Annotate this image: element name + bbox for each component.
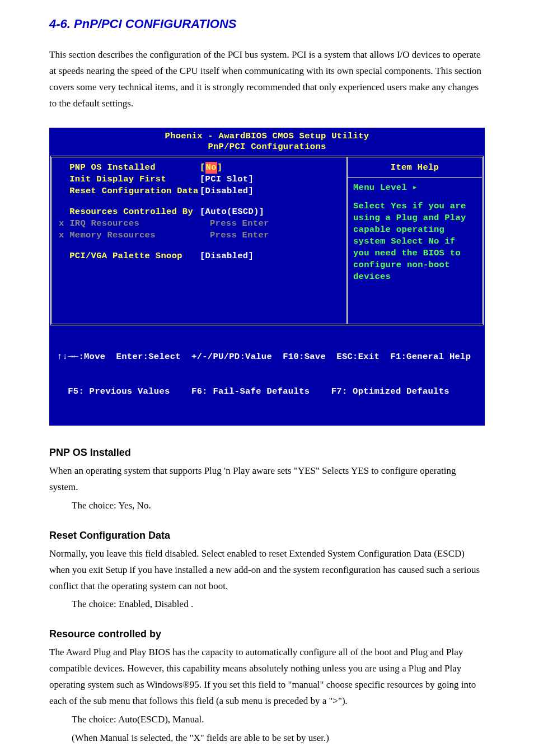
bios-help-pane: Item Help Menu Level ▸ Select Yes if you… bbox=[348, 157, 482, 323]
init-label: Init Display First bbox=[59, 174, 200, 185]
bios-screenshot: Phoenix - AwardBIOS CMOS Setup Utility P… bbox=[49, 128, 485, 426]
help-divider bbox=[348, 177, 482, 178]
heading-reset: Reset Configuration Data bbox=[0, 514, 534, 544]
pnp-bracket-close: ] bbox=[217, 162, 223, 174]
row-irq: x IRQ Resources Press Enter bbox=[59, 218, 339, 230]
res-value[interactable]: [Auto(ESCD)] bbox=[200, 206, 264, 218]
bios-title-line2: PnP/PCI Configurations bbox=[50, 142, 484, 152]
pci-label: PCI/VGA Palette Snoop bbox=[59, 250, 200, 262]
bios-title: Phoenix - AwardBIOS CMOS Setup Utility P… bbox=[50, 129, 484, 156]
row-pci-vga: PCI/VGA Palette Snoop [Disabled] bbox=[59, 250, 339, 262]
pnp-value-selected[interactable]: No bbox=[205, 162, 217, 174]
bios-left-pane: PNP OS Installed [No] Init Display First… bbox=[52, 157, 348, 323]
row-resources-controlled: Resources Controlled By [Auto(ESCD)] bbox=[59, 206, 339, 218]
bios-footer: ↑↓→←:Move Enter:Select +/-/PU/PD:Value F… bbox=[50, 325, 484, 424]
choice-rcb-1: The choice: Auto(ESCD), Manual. bbox=[0, 710, 534, 728]
pci-value[interactable]: [Disabled] bbox=[200, 250, 254, 262]
para-pnp: When an operating system that supports P… bbox=[0, 461, 534, 496]
row-reset-config: Reset Configuration Data [Disabled] bbox=[59, 185, 339, 197]
help-title: Item Help bbox=[353, 162, 476, 174]
para-reset: Normally, you leave this field disabled.… bbox=[0, 544, 534, 595]
irq-label: x IRQ Resources bbox=[59, 218, 210, 230]
choice-pnp: The choice: Yes, No. bbox=[0, 496, 534, 514]
menu-level: Menu Level ▸ bbox=[353, 182, 476, 194]
row-memory: x Memory Resources Press Enter bbox=[59, 230, 339, 241]
bios-body: PNP OS Installed [No] Init Display First… bbox=[50, 156, 484, 325]
bios-title-line1: Phoenix - AwardBIOS CMOS Setup Utility bbox=[50, 131, 484, 142]
row-pnp-os: PNP OS Installed [No] bbox=[59, 162, 339, 174]
mem-value: Press Enter bbox=[210, 230, 269, 241]
help-body: Select Yes if you are using a Plug and P… bbox=[353, 200, 476, 282]
pnp-bracket-open: [ bbox=[200, 162, 205, 174]
init-value[interactable]: [PCI Slot] bbox=[200, 174, 254, 185]
irq-value: Press Enter bbox=[210, 218, 269, 230]
reset-value[interactable]: [Disabled] bbox=[200, 185, 254, 197]
heading-pnp: PNP OS Installed bbox=[0, 431, 534, 461]
footer-line2: F5: Previous Values F6: Fail-Safe Defaul… bbox=[57, 386, 477, 398]
heading-rcb: Resource controlled by bbox=[0, 613, 534, 642]
intro-paragraph: This section describes the configuration… bbox=[0, 31, 534, 122]
mem-label: x Memory Resources bbox=[59, 230, 210, 241]
res-label: Resources Controlled By bbox=[59, 206, 200, 218]
footer-line1: ↑↓→←:Move Enter:Select +/-/PU/PD:Value F… bbox=[57, 351, 477, 363]
para-rcb: The Award Plug and Play BIOS has the cap… bbox=[0, 642, 534, 710]
page-title: 4-6. PnP/PCI CONFIGURATIONS bbox=[0, 0, 534, 31]
pnp-label: PNP OS Installed bbox=[59, 162, 200, 174]
choice-reset: The choice: Enabled, Disabled . bbox=[0, 594, 534, 613]
choice-rcb-2: (When Manual is selected, the "X" fields… bbox=[0, 728, 534, 746]
row-init-display: Init Display First [PCI Slot] bbox=[59, 174, 339, 185]
reset-label: Reset Configuration Data bbox=[59, 185, 200, 197]
